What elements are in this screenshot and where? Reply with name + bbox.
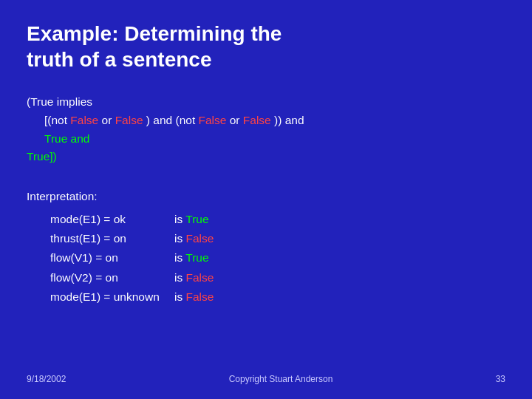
interp-row-1: thrust(E1) = on is False (27, 229, 505, 248)
interp-row-4: mode(E1) = unknown is False (27, 287, 505, 307)
slide-footer: 9/18/2002 Copyright Stuart Anderson 33 (27, 368, 505, 384)
slide-content: (True implies [(not False or False ) and… (27, 93, 505, 368)
footer-page: 33 (496, 374, 505, 384)
interp-row-0: mode(E1) = ok is True (27, 210, 505, 229)
footer-date: 9/18/2002 (27, 374, 66, 384)
slide: Example: Determining the truth of a sent… (0, 0, 532, 399)
formula-line-1: (True implies (27, 93, 505, 112)
slide-title: Example: Determining the truth of a sent… (27, 21, 505, 72)
interp-row-3: flow(V2) = on is False (27, 268, 505, 287)
formula-block: (True implies [(not False or False ) and… (27, 93, 505, 166)
formula-line-3: True and (27, 130, 505, 149)
interpretation-block: Interpretation: mode(E1) = ok is True th… (27, 187, 505, 307)
interpretation-title: Interpretation: (27, 187, 505, 206)
formula-line-2: [(not False or False ) and (not False or… (27, 112, 505, 130)
formula-line-4: True]) (27, 148, 505, 166)
interp-row-2: flow(V1) = on is True (27, 248, 505, 267)
footer-copyright: Copyright Stuart Anderson (229, 374, 333, 384)
